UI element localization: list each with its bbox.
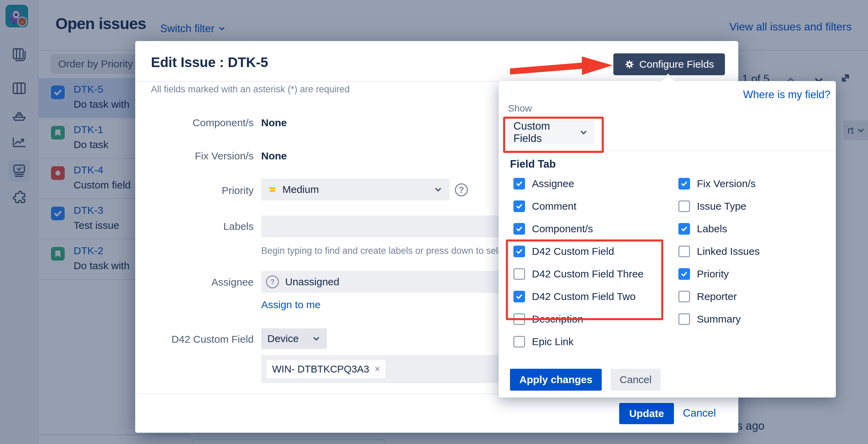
priority-value: Medium — [282, 184, 319, 195]
d42-custom-field-label: D42 Custom Field — [149, 334, 254, 345]
fix-version-value: None — [261, 150, 287, 162]
checkbox-checked[interactable] — [513, 200, 525, 212]
update-button[interactable]: Update — [619, 403, 674, 424]
field-option-component-s: Component/s — [513, 218, 643, 240]
field-option-reporter: Reporter — [678, 285, 760, 308]
where-is-my-field-link[interactable]: Where is my field? — [743, 89, 830, 101]
field-option-label: Issue Type — [697, 200, 746, 212]
apply-changes-button[interactable]: Apply changes — [510, 369, 602, 391]
modal-title: Edit Issue : DTK-5 — [151, 55, 268, 70]
field-option-label: Comment — [532, 200, 576, 212]
field-option-label: Linked Issues — [697, 246, 760, 257]
field-option-priority: Priority — [678, 263, 760, 285]
d42-type-value: Device — [267, 333, 299, 344]
priority-medium-icon — [268, 185, 277, 194]
annotation-box-d42-fields — [506, 239, 663, 320]
required-fields-note: All fields marked with an asterisk (*) a… — [151, 84, 350, 95]
checkbox-unchecked[interactable] — [513, 336, 525, 348]
modal-cancel-link[interactable]: Cancel — [683, 407, 716, 419]
field-option-linked-issues: Linked Issues — [678, 240, 760, 263]
field-option-fix-version-s: Fix Version/s — [678, 172, 760, 195]
field-option-label: Labels — [697, 223, 727, 235]
priority-select[interactable]: Medium — [261, 179, 449, 200]
jira-open-issues-page: ‹› Open issues Switch filter View all is… — [0, 0, 868, 444]
checkbox-unchecked[interactable] — [678, 291, 690, 302]
labels-label: Labels — [149, 221, 254, 232]
field-option-comment: Comment — [513, 195, 643, 218]
checkbox-unchecked[interactable] — [678, 200, 690, 212]
assignee-label: Assignee — [149, 276, 254, 288]
field-option-labels: Labels — [678, 218, 760, 240]
configure-fields-label: Configure Fields — [639, 58, 714, 70]
d42-tag-label: WIN- DTBTKCPQ3A3 — [272, 364, 369, 375]
checkbox-checked[interactable] — [678, 178, 690, 190]
field-checkbox-column-right: Fix Version/sIssue TypeLabelsLinked Issu… — [678, 172, 760, 330]
component-value: None — [261, 117, 287, 129]
field-option-summary: Summary — [678, 308, 760, 330]
annotation-box-show-select — [503, 117, 604, 153]
field-option-label: Component/s — [532, 223, 593, 235]
priority-help-icon[interactable]: ? — [455, 183, 468, 196]
checkbox-checked[interactable] — [513, 223, 525, 235]
chevron-down-icon — [434, 185, 443, 194]
labels-help-text: Begin typing to find and create labels o… — [261, 246, 510, 256]
field-option-epic-link: Epic Link — [513, 330, 643, 353]
field-option-label: Reporter — [697, 291, 737, 302]
checkbox-checked[interactable] — [678, 268, 690, 280]
field-option-issue-type: Issue Type — [678, 195, 760, 218]
assign-to-me-link[interactable]: Assign to me — [261, 299, 320, 311]
checkbox-checked[interactable] — [678, 223, 690, 235]
field-tab-heading: Field Tab — [510, 158, 556, 170]
show-label: Show — [508, 103, 532, 114]
fix-version-label: Fix Version/s — [149, 150, 254, 162]
chevron-down-icon — [312, 334, 321, 343]
d42-device-tag: WIN- DTBTKCPQ3A3 × — [267, 360, 385, 378]
field-option-label: Summary — [697, 313, 741, 325]
field-option-assignee: Assignee — [513, 172, 643, 195]
checkbox-unchecked[interactable] — [678, 313, 690, 325]
remove-tag-icon[interactable]: × — [375, 364, 380, 375]
checkbox-checked[interactable] — [513, 178, 525, 190]
popup-cancel-button[interactable]: Cancel — [611, 369, 661, 391]
field-option-label: Epic Link — [532, 336, 574, 348]
d42-type-select[interactable]: Device — [261, 328, 327, 349]
field-option-label: Priority — [697, 268, 729, 280]
assignee-value: Unassigned — [285, 276, 339, 288]
gear-icon — [624, 59, 635, 69]
annotation-arrow — [509, 50, 615, 81]
unassigned-avatar-icon: ? — [266, 275, 279, 288]
priority-label: Priority — [149, 185, 254, 196]
field-option-label: Assignee — [532, 178, 574, 190]
configure-fields-button[interactable]: Configure Fields — [613, 53, 725, 75]
checkbox-unchecked[interactable] — [678, 246, 690, 257]
field-option-label: Fix Version/s — [697, 178, 756, 190]
component-label: Component/s — [149, 117, 254, 129]
